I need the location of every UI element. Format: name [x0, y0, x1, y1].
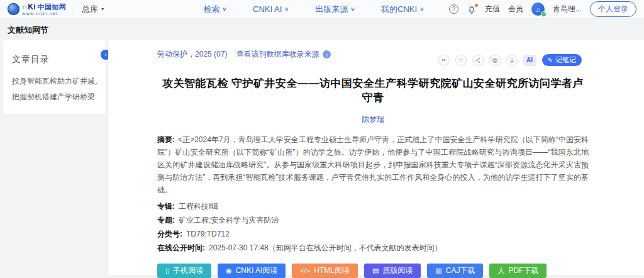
abstract-block: 摘要:<正>2024年7月，青岛理工大学安全工程专业硕士生导师卢守青，正式踏上了… — [157, 133, 589, 196]
chevron-down-icon: ∨ — [350, 6, 355, 12]
phone-icon: ▯ — [165, 267, 169, 274]
share-icon[interactable] — [472, 55, 484, 66]
chevron-down-icon: ∨ — [419, 6, 425, 12]
article-detail-card: 劳动保护 ，2025 (07) 查看该刊数据库收录来源 i “ ☆ AI ✎ 记… — [108, 40, 644, 275]
logo-mark: ∩Ki — [22, 3, 36, 11]
institution-icon: ⌂ — [536, 6, 540, 13]
logo-cn-text: 中国知网 — [37, 3, 66, 11]
favorite-star-icon[interactable]: ☆ — [455, 55, 467, 66]
take-notes-button[interactable]: ✎ 记笔记 — [542, 54, 582, 66]
author-row: 陈梦瑞 — [157, 114, 589, 125]
code-icon: </> — [300, 267, 310, 274]
org-name[interactable]: 青岛理... — [553, 4, 582, 14]
database-source-link[interactable]: 查看该刊数据库收录来源 — [236, 49, 319, 60]
nav-publication-source[interactable]: 出版来源∨ — [315, 4, 355, 15]
personal-login-button[interactable]: 个人登录 — [590, 1, 636, 17]
html-read-button[interactable]: </>HTML阅读 — [292, 264, 358, 278]
cite-icon[interactable]: “ — [438, 55, 450, 66]
toc-item[interactable]: 投身智能瓦检助力矿井减人提效 — [12, 74, 97, 89]
cnki-logo[interactable]: ∩Ki中国知网 www.cnki.net — [8, 3, 66, 16]
read-download-actions: ▯手机阅读 ◉CNKI AI阅读 </>HTML阅读 ▤原版阅读 ▥CAJ下载 … — [157, 264, 589, 278]
author-link[interactable]: 陈梦瑞 — [362, 115, 384, 124]
meta-row-classification: 分类号:TD79;TD712 — [157, 230, 589, 238]
caj-download-button[interactable]: ▥CAJ下载 — [427, 264, 483, 278]
info-icon[interactable]: i — [323, 50, 331, 58]
mobile-read-button[interactable]: ▯手机阅读 — [157, 264, 211, 278]
journal-link[interactable]: 劳动保护 — [157, 49, 187, 60]
cnki-ai-read-button[interactable]: ◉CNKI AI阅读 — [218, 264, 286, 278]
pdf-download-button[interactable]: 人PDF下载 — [489, 264, 547, 278]
help-icon[interactable]: ? — [449, 4, 458, 14]
meta-block: 专辑:工程科技Ⅰ辑 专题:矿业工程;安全科学与灾害防治 分类号:TD79;TD7… — [157, 203, 589, 252]
page-icon: ▤ — [372, 267, 379, 274]
divider — [74, 4, 74, 14]
dropdown-caret-icon: ▾ — [101, 6, 104, 12]
article-toc-panel: ‹ 文章目录 投身智能瓦检助力矿井减人提效 把握契机搭建产学研桥梁 — [3, 40, 106, 114]
journal-issue: ，2025 (07) — [187, 49, 227, 60]
top-right-tools: ? 充值 会员 ⌂ ✓ 青岛理... 个人登录 — [449, 1, 636, 17]
org-avatar[interactable]: ⌂ ✓ — [531, 3, 545, 16]
pencil-icon: ✎ — [548, 57, 553, 64]
chevron-down-icon: ∨ — [284, 6, 289, 12]
logo-wordmark: ∩Ki中国知网 — [22, 3, 66, 11]
nav-my-cnki[interactable]: 我的CNKI∨ — [381, 4, 424, 15]
print-icon[interactable] — [489, 55, 501, 66]
notification-bell-icon[interactable] — [467, 4, 477, 14]
pdf-icon: 人 — [497, 267, 504, 274]
content-layout: ‹ 文章目录 投身智能瓦检助力矿井减人提效 把握契机搭建产学研桥梁 劳动保护 ，… — [0, 40, 644, 275]
meta-row-online-date: 在线公开时间:2025-07-30 17:48（知网平台在线公开时间，不代表文献… — [157, 244, 589, 252]
nav-cnki-ai[interactable]: CNKI AI∨ — [253, 4, 289, 15]
meta-row-album: 专辑:工程科技Ⅰ辑 — [157, 203, 589, 211]
cnki-globe-icon — [8, 3, 19, 15]
original-read-button[interactable]: ▤原版阅读 — [364, 264, 421, 278]
member-link[interactable]: 会员 — [508, 4, 523, 14]
verified-check-icon: ✓ — [541, 11, 547, 17]
logo-url: www.cnki.net — [22, 11, 66, 16]
breadcrumb: 文献知网节 — [0, 19, 644, 40]
article-toolbar: “ ☆ AI ✎ 记笔记 — [438, 54, 582, 66]
library-label: 总库 — [82, 4, 98, 15]
chevron-down-icon: ∨ — [222, 6, 227, 12]
primary-nav: 检索∨ CNKI AI∨ 出版来源∨ 我的CNKI∨ — [203, 4, 424, 15]
article-title: 攻关智能瓦检 守护矿井安全——访中国安全生产科学研究院矿山安全研究所访问学者卢守… — [157, 76, 589, 105]
toc-item[interactable]: 把握契机搭建产学研桥梁 — [12, 89, 97, 105]
abstract-text: <正>2024年7月，青岛理工大学安全工程专业硕士生导师卢守青，正式踏上了中国安… — [157, 135, 589, 194]
ai-assistant-badge[interactable]: AI — [523, 55, 536, 66]
abstract-label: 摘要: — [157, 135, 175, 144]
toc-list: 投身智能瓦检助力矿井减人提效 把握契机搭建产学研桥梁 — [12, 74, 97, 105]
book-icon: ▥ — [435, 267, 441, 274]
recharge-link[interactable]: 充值 — [485, 4, 500, 14]
library-switcher[interactable]: 总库 ▾ — [82, 4, 104, 15]
ai-circle-icon: ◉ — [226, 267, 232, 274]
meta-row-topic: 专题:矿业工程;安全科学与灾害防治 — [157, 216, 589, 225]
alert-bell-icon[interactable] — [506, 55, 518, 66]
toc-title: 文章目录 — [12, 54, 97, 65]
top-bar: ∩Ki中国知网 www.cnki.net 总库 ▾ 检索∨ CNKI AI∨ 出… — [0, 0, 644, 19]
notification-dot — [475, 4, 478, 7]
nav-search[interactable]: 检索∨ — [203, 4, 226, 15]
